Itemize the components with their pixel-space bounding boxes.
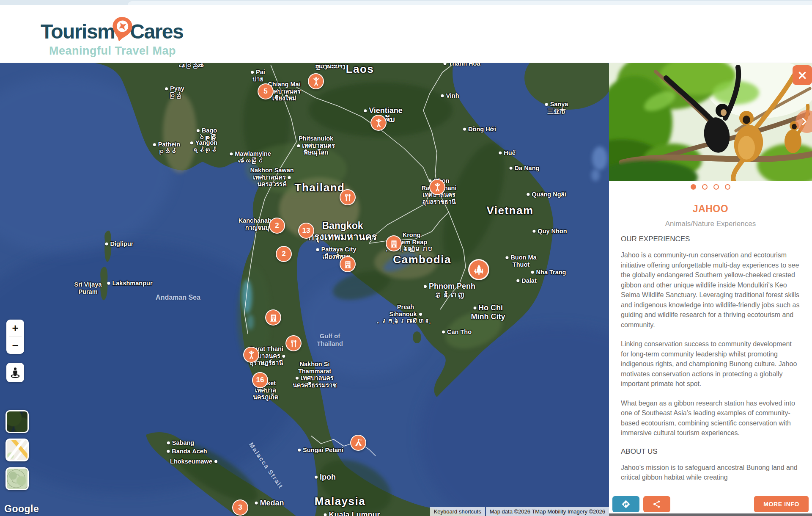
map-type-terrain-thumbnail[interactable] xyxy=(5,467,29,490)
cluster-marker-5[interactable]: 5 xyxy=(258,83,274,99)
carousel-dots xyxy=(609,181,812,192)
zoom-control: + − xyxy=(6,320,24,354)
carousel-dot-1[interactable] xyxy=(691,184,696,190)
cluster-marker-2[interactable]: 2 xyxy=(269,218,285,234)
section-about-us: ABOUT US xyxy=(621,447,800,456)
experiences-paragraph-1: Jahoo is a community-run conservation an… xyxy=(621,250,800,330)
carousel-dot-2[interactable] xyxy=(702,184,708,190)
experiences-paragraph-3: What began as a gibbon research station … xyxy=(621,398,800,438)
browser-top-strip-inner xyxy=(128,1,812,5)
trees-marker[interactable] xyxy=(468,259,489,280)
cluster-marker-16[interactable]: 16 xyxy=(252,372,268,388)
map-attribution: Keyboard shortcuts Map data ©2026 TMap M… xyxy=(430,507,609,516)
place-detail-panel: JAHOO Animals/Nature Experiences OUR EXP… xyxy=(609,63,812,516)
chevron-right-icon xyxy=(798,116,809,127)
share-icon xyxy=(652,499,662,509)
carousel-photo-gibbons xyxy=(609,63,812,181)
zoom-in-button[interactable]: + xyxy=(6,320,24,337)
building-marker[interactable] xyxy=(386,235,402,251)
carousel-dot-3[interactable] xyxy=(713,184,719,190)
logo-tagline: Meaningful Travel Map xyxy=(49,44,176,58)
directions-icon xyxy=(621,499,631,509)
keyboard-shortcuts-link[interactable]: Keyboard shortcuts xyxy=(430,507,485,516)
person-marker[interactable] xyxy=(370,115,387,131)
cluster-marker-13[interactable]: 13 xyxy=(298,223,314,239)
tent-marker[interactable] xyxy=(350,435,366,451)
close-icon xyxy=(797,70,808,81)
place-category: Animals/Nature Experiences xyxy=(621,220,800,228)
panel-body: JAHOO Animals/Nature Experiences OUR EXP… xyxy=(609,192,812,516)
close-panel-button[interactable] xyxy=(793,65,812,85)
map-type-satellite-thumbnail[interactable] xyxy=(5,410,29,433)
browser-top-strip xyxy=(0,0,812,5)
about-paragraph: Jahoo’s mission is to safeguard ancestra… xyxy=(621,463,800,483)
horizontal-scrollbar[interactable] xyxy=(609,513,812,516)
building-marker[interactable] xyxy=(265,309,281,326)
site-header: Tourism Cares Meaningful Travel Map xyxy=(0,5,812,63)
logo-word-tourism: Tourism xyxy=(41,20,115,43)
tourism-cares-logo[interactable]: Tourism Cares xyxy=(41,16,183,47)
logo-word-cares: Cares xyxy=(130,20,183,43)
building-marker[interactable] xyxy=(340,256,356,272)
experiences-paragraph-2: Linking conservation success to communit… xyxy=(621,339,800,389)
zoom-out-button[interactable]: − xyxy=(6,337,24,354)
share-button[interactable] xyxy=(643,496,670,512)
street-view-pegman-button[interactable] xyxy=(6,363,24,382)
pegman-icon xyxy=(9,366,22,379)
place-title: JAHOO xyxy=(621,203,800,215)
carousel-dot-4[interactable] xyxy=(725,184,730,190)
person-marker[interactable] xyxy=(308,73,324,89)
person-marker[interactable] xyxy=(243,347,259,363)
google-logo[interactable]: Google xyxy=(4,503,39,515)
map-data-attribution: Map data ©2026 TMap Mobility Imagery ©20… xyxy=(486,507,609,516)
utensils-marker[interactable] xyxy=(285,335,302,351)
person-marker[interactable] xyxy=(429,179,445,195)
more-info-button[interactable]: MORE INFO xyxy=(754,496,809,512)
panel-action-bar: MORE INFO xyxy=(609,495,812,513)
cluster-marker-3[interactable]: 3 xyxy=(232,499,248,516)
section-our-experiences: OUR EXPERIENCES xyxy=(621,235,800,243)
cluster-marker-2[interactable]: 2 xyxy=(276,246,292,262)
directions-button[interactable] xyxy=(612,496,639,512)
utensils-marker[interactable] xyxy=(340,189,356,205)
map-type-roadmap-thumbnail[interactable] xyxy=(5,439,29,461)
